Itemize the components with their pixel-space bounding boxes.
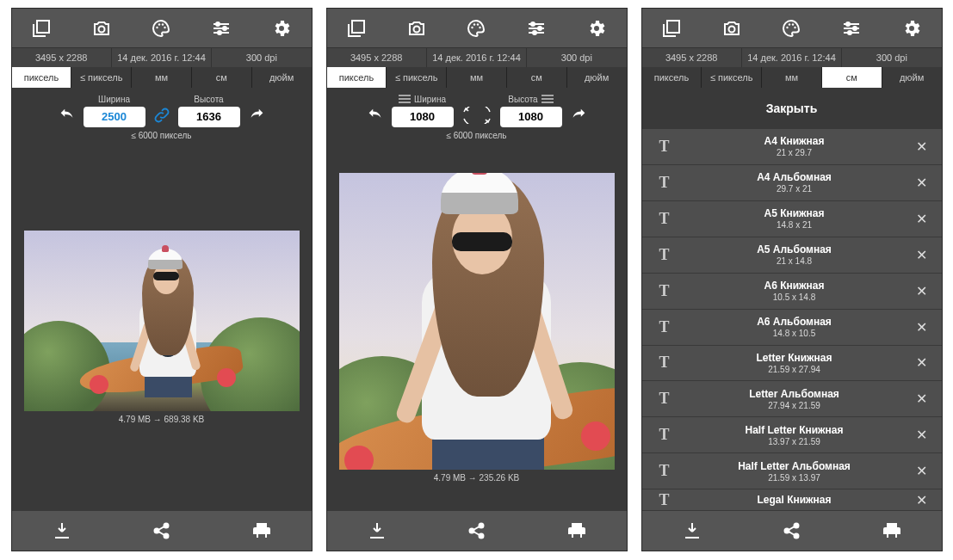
close-icon[interactable]: ✕ xyxy=(909,463,935,479)
gear-icon[interactable] xyxy=(271,18,292,39)
svg-point-34 xyxy=(848,31,851,34)
print-icon[interactable] xyxy=(882,520,902,541)
preset-row[interactable]: TA6 Книжная10.5 x 14.8✕ xyxy=(642,274,942,310)
text-icon: T xyxy=(649,390,680,408)
close-icon[interactable]: ✕ xyxy=(909,247,935,263)
preset-row[interactable]: TA5 Альбомная21 x 14.8✕ xyxy=(642,237,942,274)
link-icon[interactable] xyxy=(152,95,171,125)
screen-1: 3495 x 2288 14 дек. 2016 г. 12:44 300 dp… xyxy=(12,9,312,551)
download-icon[interactable] xyxy=(367,520,387,541)
gallery-icon[interactable] xyxy=(661,18,682,39)
unit-tab-lte-pixel[interactable]: ≤ пиксель xyxy=(702,67,762,88)
camera-icon[interactable] xyxy=(721,18,742,39)
gallery-icon[interactable] xyxy=(346,18,367,39)
undo-button[interactable] xyxy=(366,95,385,125)
camera-icon[interactable] xyxy=(91,18,112,39)
svg-point-21 xyxy=(533,31,536,34)
preset-row[interactable]: THalf Letter Альбомная21.59 x 13.97✕ xyxy=(642,453,942,489)
preset-dims: 27.94 x 21.59 xyxy=(680,401,909,410)
preset-row[interactable]: TA4 Альбомная29.7 x 21✕ xyxy=(642,165,942,201)
unit-tab-inch[interactable]: дюйм xyxy=(567,67,627,88)
menu-icon[interactable] xyxy=(399,95,411,103)
close-icon[interactable]: ✕ xyxy=(909,138,935,155)
share-icon[interactable] xyxy=(782,520,802,541)
close-icon[interactable]: ✕ xyxy=(909,427,935,443)
info-date: 14 дек. 2016 г. 12:44 xyxy=(742,48,842,67)
preset-name: A6 Альбомная xyxy=(680,316,909,328)
unit-tab-lte-pixel[interactable]: ≤ пиксель xyxy=(387,67,447,88)
print-icon[interactable] xyxy=(566,520,587,541)
text-icon: T xyxy=(649,282,680,300)
unit-tab-mm[interactable]: мм xyxy=(762,67,822,88)
share-icon[interactable] xyxy=(152,520,172,541)
redo-button[interactable] xyxy=(247,95,266,125)
width-input[interactable]: 2500 xyxy=(84,107,145,127)
close-icon[interactable]: ✕ xyxy=(909,354,935,371)
print-icon[interactable] xyxy=(251,520,272,541)
unit-tab-inch[interactable]: дюйм xyxy=(252,67,312,88)
swap-icon[interactable] xyxy=(461,96,493,124)
unit-tab-mm[interactable]: мм xyxy=(447,67,507,88)
height-label: Высота xyxy=(508,95,537,104)
gallery-icon[interactable] xyxy=(31,18,52,39)
close-icon[interactable]: ✕ xyxy=(909,319,935,335)
download-icon[interactable] xyxy=(682,520,702,541)
info-dpi: 300 dpi xyxy=(842,48,941,67)
preset-row[interactable]: TLetter Книжная21.59 x 27.94✕ xyxy=(642,346,942,382)
unit-tab-lte-pixel[interactable]: ≤ пиксель xyxy=(71,67,132,88)
unit-tab-cm[interactable]: см xyxy=(192,67,252,88)
close-presets-button[interactable]: Закрыть xyxy=(642,88,942,129)
text-icon: T xyxy=(649,354,680,372)
screen-3: 3495 x 2288 14 дек. 2016 г. 12:44 300 dp… xyxy=(642,9,942,551)
sliders-icon[interactable] xyxy=(526,18,547,39)
svg-point-16 xyxy=(473,23,475,25)
gear-icon[interactable] xyxy=(586,18,607,39)
preset-row[interactable]: THalf Letter Книжная13.97 x 21.59✕ xyxy=(642,417,942,453)
width-input[interactable]: 1080 xyxy=(392,107,454,127)
unit-tab-pixel[interactable]: пиксель xyxy=(642,67,702,88)
unit-tabs: пиксель ≤ пиксель мм см дюйм xyxy=(12,67,312,88)
redo-button[interactable] xyxy=(569,95,588,125)
close-icon[interactable]: ✕ xyxy=(909,283,935,299)
max-note: ≤ 6000 пиксель xyxy=(327,129,627,145)
palette-icon[interactable] xyxy=(781,18,801,39)
close-icon[interactable]: ✕ xyxy=(909,211,935,227)
sliders-icon[interactable] xyxy=(841,18,862,39)
preset-name: A5 Альбомная xyxy=(680,243,909,255)
share-icon[interactable] xyxy=(467,520,487,541)
unit-tab-inch[interactable]: дюйм xyxy=(882,67,942,88)
camera-icon[interactable] xyxy=(406,18,427,39)
info-dimensions: 3495 x 2288 xyxy=(642,48,742,67)
unit-tab-cm[interactable]: см xyxy=(822,67,882,88)
unit-tab-pixel[interactable]: пиксель xyxy=(12,67,72,88)
info-dpi: 300 dpi xyxy=(212,48,311,67)
close-icon[interactable]: ✕ xyxy=(909,391,935,407)
preset-row[interactable]: TA6 Альбомная14.8 x 10.5✕ xyxy=(642,310,942,346)
close-icon[interactable]: ✕ xyxy=(909,492,935,508)
sliders-icon[interactable] xyxy=(211,18,232,39)
preset-row[interactable]: TLegal Книжная✕ xyxy=(642,489,942,511)
height-input[interactable]: 1080 xyxy=(500,107,562,127)
download-icon[interactable] xyxy=(52,520,72,541)
unit-tab-cm[interactable]: см xyxy=(507,67,567,88)
undo-button[interactable] xyxy=(58,95,77,125)
preset-dims: 21 x 14.8 xyxy=(680,256,909,266)
palette-icon[interactable] xyxy=(466,18,486,39)
preset-list[interactable]: TA4 Книжная21 x 29.7✕TA4 Альбомная29.7 x… xyxy=(642,129,942,511)
preset-row[interactable]: TA5 Книжная14.8 x 21✕ xyxy=(642,201,942,237)
height-input[interactable]: 1636 xyxy=(178,107,240,127)
info-bar: 3495 x 2288 14 дек. 2016 г. 12:44 300 dp… xyxy=(327,48,627,67)
preset-name: A5 Книжная xyxy=(680,207,909,219)
palette-icon[interactable] xyxy=(151,18,171,39)
preset-row[interactable]: TLetter Альбомная27.94 x 21.59✕ xyxy=(642,381,942,417)
svg-point-3 xyxy=(158,23,160,25)
preset-row[interactable]: TA4 Книжная21 x 29.7✕ xyxy=(642,129,942,165)
bottombar xyxy=(327,511,627,551)
close-icon[interactable]: ✕ xyxy=(909,175,935,191)
gear-icon[interactable] xyxy=(901,18,922,39)
svg-point-2 xyxy=(157,26,158,28)
menu-icon[interactable] xyxy=(541,95,554,103)
unit-tab-mm[interactable]: мм xyxy=(132,67,192,88)
preset-name: A4 Книжная xyxy=(680,135,909,147)
unit-tab-pixel[interactable]: пиксель xyxy=(327,67,387,88)
